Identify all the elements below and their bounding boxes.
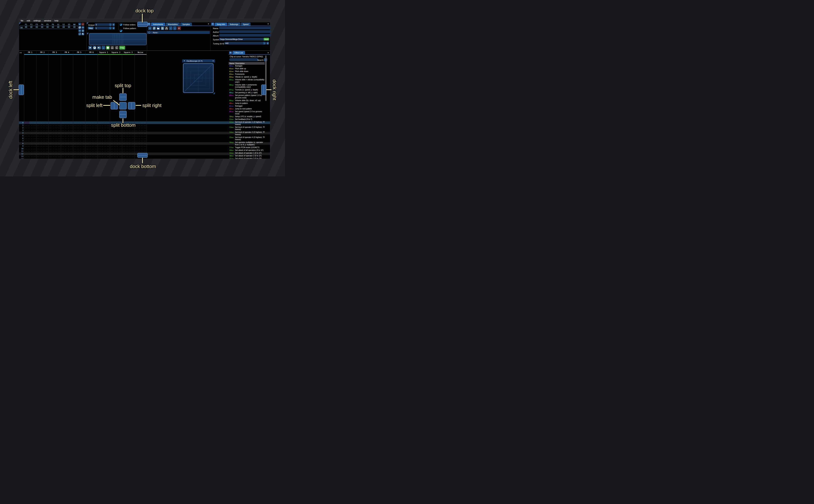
pattern-cell[interactable]: ... .. .. .... xyxy=(98,121,109,124)
pattern-cell[interactable]: ... .. .. .... xyxy=(123,150,134,153)
pattern-cell[interactable]: ... .. .. .... xyxy=(49,145,60,148)
pattern-cell[interactable]: ... .. .. .... xyxy=(74,142,85,145)
orders-cell[interactable]: 00 xyxy=(72,26,77,28)
effect-row-19xx[interactable]: 19xxSet attack of all operators (0 to 1F… xyxy=(229,149,265,152)
pattern-cell[interactable]: ... .. .. .... xyxy=(123,147,134,150)
channel-header-square-3[interactable]: Square 3 xyxy=(122,51,134,54)
effect-row-11xx[interactable]: 11xxSet feedback (0 to 7) xyxy=(229,118,265,121)
pattern-cell[interactable]: ... .. .. .... xyxy=(135,147,146,150)
menu-item-edit[interactable]: edit xyxy=(25,20,32,22)
pattern-cell[interactable]: ... .. .. .... xyxy=(123,132,134,134)
pattern-cell[interactable]: ... .. .. .... xyxy=(123,153,134,155)
move-instrument-up-icon[interactable]: ↑ xyxy=(169,27,172,30)
resize-grip[interactable] xyxy=(213,92,215,94)
pattern-cell[interactable]: ... .. .. .... xyxy=(111,132,122,134)
menu-item-file[interactable]: file xyxy=(19,20,25,22)
pattern-cell[interactable]: ... .. .. .... xyxy=(111,147,122,150)
album-input[interactable] xyxy=(219,34,271,37)
move-order-down-icon[interactable] xyxy=(78,29,81,32)
orders-cell[interactable]: 00 xyxy=(23,26,29,28)
pattern-cell[interactable]: ... .. .. .... xyxy=(123,134,134,137)
pattern-cell[interactable]: ... .. .. .... xyxy=(25,142,36,145)
effect-row-1Cxx[interactable]: 1CxxSet attack of operator 3 (0 to 1F) xyxy=(229,158,265,159)
pattern-cell[interactable]: ... .. .. .... xyxy=(62,124,73,127)
pattern-cell[interactable]: ... .. .. .... xyxy=(123,145,134,148)
split-target-top[interactable] xyxy=(119,93,127,101)
effect-list-title-tab[interactable]: Effect List xyxy=(232,51,245,55)
pattern-cell[interactable]: ... .. .. .... xyxy=(37,147,48,150)
pattern-cell[interactable]: ... .. .. .... xyxy=(25,134,36,137)
orders-cell[interactable]: 00 xyxy=(66,26,72,28)
pattern-cell[interactable]: ... .. .. .... xyxy=(25,153,36,155)
orders-cell[interactable]: 00 xyxy=(34,26,39,28)
effect-row-01xx[interactable]: 01xxPitch slide up xyxy=(229,68,265,70)
pattern-cell[interactable]: ... .. .. .... xyxy=(37,142,48,145)
effect-row-07xy[interactable]: 07xyTremolo (x: speed; y: depth) xyxy=(229,89,265,91)
pattern-cell[interactable]: ... .. .. .... xyxy=(111,129,122,132)
pattern-cell[interactable]: ... .. .. .... xyxy=(49,124,60,127)
pattern-cell[interactable]: ... .. .. .... xyxy=(86,137,97,140)
octave-input[interactable]: 3 xyxy=(95,23,110,26)
make-tab-target[interactable] xyxy=(119,102,127,109)
effect-row-00xy[interactable]: 00xyArpeggio xyxy=(229,65,265,67)
pattern-cell[interactable]: ... .. .. .... xyxy=(25,124,36,127)
pattern-cell[interactable]: ... .. .. .... xyxy=(111,142,122,145)
collapse-arrow-icon[interactable]: ▼ xyxy=(229,51,232,54)
pattern-cell[interactable]: ... .. .. .... xyxy=(37,121,48,124)
orders-cell[interactable]: 00 xyxy=(29,26,34,28)
pattern-cell[interactable]: ... .. .. .... xyxy=(86,150,97,153)
metronome-icon[interactable] xyxy=(110,46,114,50)
pattern-cell[interactable]: ... .. .. .... xyxy=(135,140,146,142)
pattern-cell[interactable]: ... .. .. .... xyxy=(111,134,122,137)
pattern-cell[interactable]: ... .. .. .... xyxy=(37,140,48,142)
pattern-cell[interactable]: ... .. .. .... xyxy=(49,155,60,158)
open-instrument-icon[interactable] xyxy=(156,27,160,30)
channel-header-noise[interactable]: Noise xyxy=(134,51,147,54)
pattern-cell[interactable]: ... .. .. .... xyxy=(62,158,73,159)
dock-target-top[interactable] xyxy=(137,22,148,27)
pattern-cell[interactable]: ... .. .. .... xyxy=(86,153,97,155)
play-pattern-icon[interactable] xyxy=(93,46,96,50)
pattern-cell[interactable]: ... .. .. .... xyxy=(74,134,85,137)
pattern-cell[interactable]: ... .. .. .... xyxy=(49,158,60,159)
pattern-cell[interactable]: ... .. .. .... xyxy=(98,147,109,150)
pattern-cell[interactable]: ... .. .. .... xyxy=(98,124,109,127)
play-icon[interactable] xyxy=(88,46,92,50)
pattern-cell[interactable]: ... .. .. .... xyxy=(25,150,36,153)
oscilloscope-window[interactable]: ▼ Oscilloscope (X-Y) × xyxy=(182,59,215,94)
pattern-cell[interactable]: ... .. .. .... xyxy=(62,155,73,158)
pattern-cell[interactable]: ... .. .. .... xyxy=(123,142,134,145)
pattern-cell[interactable]: ... .. .. .... xyxy=(135,158,146,159)
pattern-cell[interactable]: ... .. .. .... xyxy=(86,124,97,127)
collapse-arrow-icon[interactable]: ▼ xyxy=(211,23,214,25)
pattern-cell[interactable]: ... .. .. .... xyxy=(37,124,48,127)
orders-cell[interactable]: 00 xyxy=(39,26,45,28)
pattern-cell[interactable]: ... .. .. .... xyxy=(37,158,48,159)
pattern-cell[interactable]: ... .. .. .... xyxy=(62,127,73,129)
pattern-cell[interactable]: ... .. .. .... xyxy=(49,142,60,145)
pattern-cell[interactable]: ... .. .. .... xyxy=(49,127,60,129)
pattern-cell[interactable]: ... .. .. .... xyxy=(86,129,97,132)
pattern-cell[interactable]: ... .. .. .... xyxy=(111,145,122,148)
pattern-cell[interactable]: ... .. .. .... xyxy=(74,155,85,158)
pattern-cell[interactable]: ... .. .. .... xyxy=(86,147,97,150)
step-plus-button[interactable]: + xyxy=(112,27,115,29)
pattern-cell[interactable]: ... .. .. .... xyxy=(98,145,109,148)
pattern-cell[interactable]: ... .. .. .... xyxy=(135,142,146,145)
move-order-up-icon[interactable] xyxy=(81,26,84,29)
channel-header-square-2[interactable]: Square 2 xyxy=(110,51,122,54)
effect-row-14xx[interactable]: 14xxSet level of operator 3 (0 highest, … xyxy=(229,131,265,136)
repeat-pattern-icon[interactable] xyxy=(115,46,118,50)
instrument-list-item[interactable]: - None - xyxy=(147,31,210,34)
pattern-cell[interactable]: ... .. .. .... xyxy=(135,150,146,153)
pattern-cell[interactable]: ... .. .. .... xyxy=(62,134,73,137)
system-auto-button[interactable]: Auto xyxy=(263,38,269,41)
pattern-cell[interactable]: ... .. .. .... xyxy=(37,134,48,137)
pattern-cell[interactable]: ... .. .. .... xyxy=(62,147,73,150)
pattern-cell[interactable]: ... .. .. .... xyxy=(74,150,85,153)
pattern-cell[interactable]: ... .. .. .... xyxy=(62,132,73,134)
pattern-cell[interactable]: ... .. .. .... xyxy=(25,137,36,140)
pattern-cell[interactable]: ... .. .. .... xyxy=(123,158,134,159)
pattern-cell[interactable]: ... .. .. .... xyxy=(98,134,109,137)
channel-header-fm-4[interactable]: FM 4 xyxy=(61,51,73,54)
